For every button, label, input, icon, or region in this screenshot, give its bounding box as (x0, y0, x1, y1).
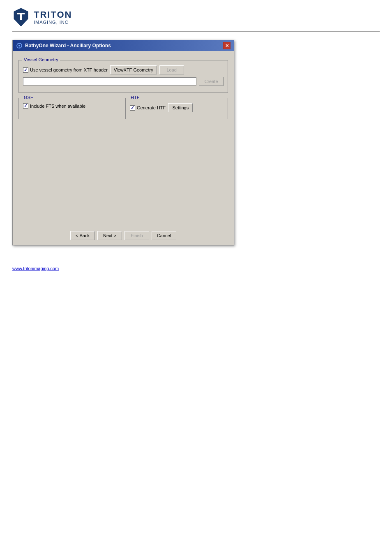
triton-logo-icon (12, 7, 30, 27)
logo-triton-text: TRITON (34, 10, 72, 20)
generate-htf-label: Generate HTF (137, 105, 166, 110)
gsf-group: GSF ✓ Include FTS when available (18, 98, 121, 119)
finish-button[interactable]: Finish (125, 231, 149, 240)
footer-link[interactable]: www.tritonimaging.com (12, 266, 59, 271)
next-button[interactable]: Next > (97, 231, 122, 240)
htf-group: HTF ✓ Generate HTF Settings (125, 98, 228, 119)
dialog-title-left: BathyOne Wizard - Ancillary Options (16, 42, 111, 49)
footer-divider (12, 262, 380, 262)
vessel-geometry-legend: Vessel Geometry (22, 57, 60, 62)
page-content: BathyOne Wizard - Ancillary Options ✕ Ve… (0, 32, 392, 254)
vessel-geometry-row1: ✓ Use vessel geometry from XTF header Vi… (23, 65, 224, 74)
include-fts-checkmark: ✓ (24, 103, 28, 109)
dialog-body: Vessel Geometry ✓ Use vessel geometry fr… (13, 51, 234, 227)
dialog-footer: < Back Next > Finish Cancel (13, 227, 234, 245)
logo: TRITON IMAGING, INC (12, 7, 72, 27)
generate-htf-checkmark: ✓ (131, 105, 134, 111)
dialog-icon (16, 42, 23, 49)
include-fts-checkbox-wrapper[interactable]: ✓ Include FTS when available (23, 103, 85, 109)
back-button[interactable]: < Back (70, 231, 95, 240)
include-fts-checkbox[interactable]: ✓ (23, 103, 28, 109)
dialog-titlebar: BathyOne Wizard - Ancillary Options ✕ (13, 40, 234, 51)
vessel-geometry-row2: Create (23, 77, 224, 86)
gsf-legend: GSF (22, 95, 35, 100)
load-button[interactable]: Load (159, 65, 184, 74)
htf-legend: HTF (129, 95, 141, 100)
dialog-title-text: BathyOne Wizard - Ancillary Options (25, 43, 111, 49)
generate-htf-checkbox-wrapper[interactable]: ✓ Generate HTF (130, 105, 166, 111)
use-xtf-checkmark: ✓ (24, 67, 28, 73)
logo-text: TRITON IMAGING, INC (34, 10, 72, 25)
logo-imaging-text: IMAGING, INC (34, 20, 72, 25)
settings-button[interactable]: Settings (168, 103, 193, 112)
svg-point-4 (18, 45, 20, 46)
include-fts-label: Include FTS when available (30, 104, 85, 109)
view-xtf-geometry-button[interactable]: ViewXTF Geometry (110, 65, 157, 74)
use-xtf-checkbox[interactable]: ✓ (23, 67, 28, 73)
gsf-row: ✓ Include FTS when available (23, 103, 117, 109)
generate-htf-checkbox[interactable]: ✓ (130, 105, 135, 111)
use-xtf-label: Use vessel geometry from XTF header (30, 67, 108, 72)
header: TRITON IMAGING, INC (0, 0, 392, 31)
dialog-spacer (18, 124, 228, 223)
create-button[interactable]: Create (199, 77, 224, 86)
vessel-geometry-group: Vessel Geometry ✓ Use vessel geometry fr… (18, 60, 228, 93)
bathyone-wizard-dialog: BathyOne Wizard - Ancillary Options ✕ Ve… (12, 40, 234, 245)
vessel-geometry-text-input[interactable] (23, 77, 196, 86)
dialog-close-button[interactable]: ✕ (223, 42, 231, 49)
htf-row: ✓ Generate HTF Settings (130, 103, 224, 112)
cancel-button[interactable]: Cancel (152, 231, 176, 240)
svg-rect-2 (20, 13, 22, 20)
use-xtf-checkbox-wrapper[interactable]: ✓ Use vessel geometry from XTF header (23, 67, 108, 73)
gsf-htf-row: GSF ✓ Include FTS when available HTF (18, 98, 228, 124)
